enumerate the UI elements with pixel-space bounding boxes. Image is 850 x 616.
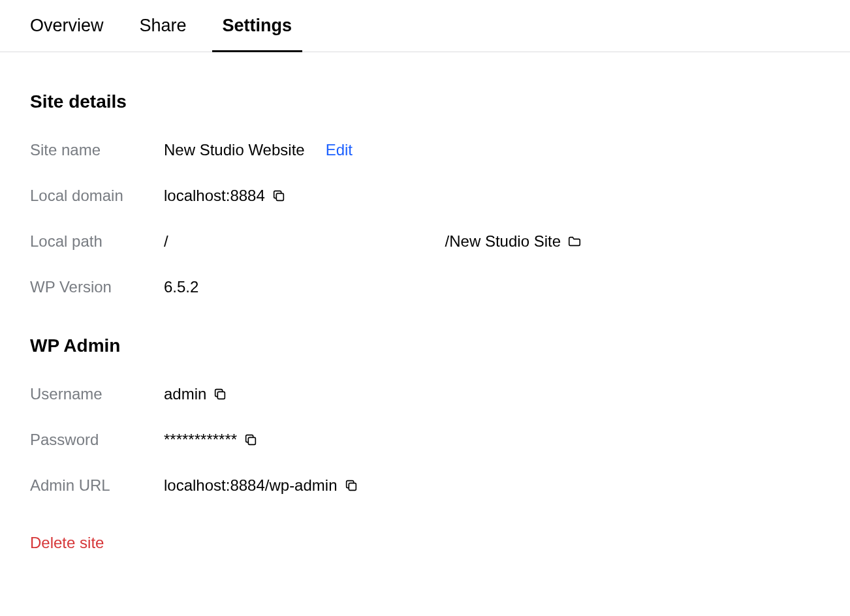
local-path-label: Local path (30, 232, 164, 251)
local-path-right: /New Studio Site (445, 232, 561, 251)
admin-url-value: localhost:8884/wp-admin (164, 476, 338, 495)
copy-icon[interactable] (213, 387, 227, 401)
site-details-title: Site details (30, 91, 820, 112)
admin-url-row: Admin URL localhost:8884/wp-admin (30, 476, 820, 495)
edit-site-name-link[interactable]: Edit (326, 141, 353, 159)
password-label: Password (30, 431, 164, 449)
copy-icon[interactable] (244, 433, 258, 447)
username-value: admin (164, 385, 206, 403)
wp-version-label: WP Version (30, 278, 164, 296)
local-path-left: / (164, 232, 168, 251)
tab-settings[interactable]: Settings (223, 0, 292, 52)
wp-version-value: 6.5.2 (164, 278, 198, 296)
tab-bar: Overview Share Settings (0, 0, 850, 52)
svg-rect-3 (349, 483, 356, 490)
tab-overview[interactable]: Overview (30, 0, 104, 52)
svg-rect-0 (276, 193, 283, 200)
username-row: Username admin (30, 385, 820, 403)
username-label: Username (30, 385, 164, 403)
wp-admin-title: WP Admin (30, 335, 820, 356)
settings-content: Site details Site name New Studio Websit… (0, 52, 850, 578)
local-domain-label: Local domain (30, 187, 164, 205)
tab-share[interactable]: Share (140, 0, 187, 52)
site-details-section: Site details Site name New Studio Websit… (30, 91, 820, 296)
copy-icon[interactable] (344, 478, 358, 493)
site-name-row: Site name New Studio Website Edit (30, 141, 820, 159)
admin-url-label: Admin URL (30, 476, 164, 495)
copy-icon[interactable] (272, 189, 286, 203)
site-name-value: New Studio Website (164, 141, 305, 159)
local-domain-value: localhost:8884 (164, 187, 265, 205)
svg-rect-2 (248, 437, 255, 444)
local-path-row: Local path / /New Studio Site (30, 232, 820, 251)
password-row: Password ************ (30, 431, 820, 449)
local-domain-row: Local domain localhost:8884 (30, 187, 820, 205)
folder-icon[interactable] (567, 234, 582, 249)
site-name-label: Site name (30, 141, 164, 159)
wp-version-row: WP Version 6.5.2 (30, 278, 820, 296)
svg-rect-1 (218, 392, 225, 399)
password-value: ************ (164, 431, 237, 449)
delete-site-link[interactable]: Delete site (30, 534, 104, 552)
wp-admin-section: WP Admin Username admin Password *******… (30, 335, 820, 495)
